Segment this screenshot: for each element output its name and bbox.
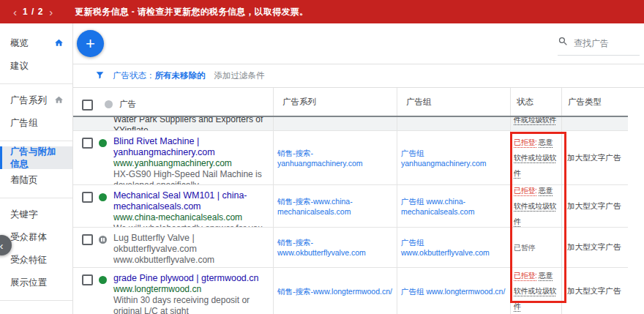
column-header-status[interactable]: 状态 <box>510 88 561 116</box>
ad-group-link[interactable]: 广告组 www.longtermwood.cn/ <box>401 286 505 296</box>
banner-prev-icon[interactable]: ‹ <box>10 7 20 18</box>
plus-icon: + <box>86 34 95 53</box>
ad-description: We will wholeheartedly answer for you <box>113 223 269 227</box>
column-header-ad[interactable]: 广告 <box>119 99 136 110</box>
status-dot-enabled-icon[interactable] <box>99 139 107 147</box>
status-cell[interactable]: 已拒登: 恶意软件或垃圾软件 <box>514 185 559 227</box>
status-dot-paused-icon[interactable] <box>99 236 107 244</box>
add-filter-button[interactable]: 添加过滤条件 <box>214 70 265 81</box>
search-box[interactable] <box>558 36 640 56</box>
ad-description-clipped: YYinflate <box>113 125 263 130</box>
sidebar-item-campaigns[interactable]: 广告系列 <box>0 89 72 112</box>
sidebar-item-ad-groups[interactable]: 广告组 <box>0 112 72 135</box>
sidebar-item-demographics[interactable]: 受众特征 <box>0 249 72 272</box>
sidebar-item-label: 受众群体 <box>10 231 47 244</box>
sidebar-item-label: 受众特征 <box>10 254 47 266</box>
ad-type-label: 加大型文字广告 <box>567 286 621 296</box>
ad-display-url: www.longtermwood.cn <box>113 284 269 295</box>
sidebar: 概览 建议 广告系列 广告组 广告与附加信息 着陆页 关键 <box>0 23 73 314</box>
notification-banner: ‹ 1 / 2 › 更新税务信息 - 请检查并更新您的税务信息，以取得发票。 <box>0 0 644 23</box>
ads-table: 广告 广告系列 广告组 状态 广告类型 Water Park Suppliers… <box>73 88 628 314</box>
search-input[interactable] <box>574 38 631 48</box>
chevron-left-icon: ‹ <box>0 239 4 252</box>
sidebar-item-label: 广告系列 <box>10 94 47 107</box>
filter-value: 所有未移除的 <box>155 71 206 80</box>
sidebar-divider <box>0 300 72 301</box>
sidebar-item-label: 广告组 <box>10 117 38 130</box>
column-header-ad-group[interactable]: 广告组 <box>397 88 510 116</box>
sidebar-item-label: 展示位置 <box>10 277 47 289</box>
google-ads-page: ‹ 1 / 2 › 更新税务信息 - 请检查并更新您的税务信息，以取得发票。 概… <box>0 0 644 314</box>
row-checkbox[interactable] <box>82 274 93 285</box>
row-checkbox[interactable] <box>82 234 93 245</box>
ad-display-url: www.yanhuangmachinery.com <box>113 158 269 169</box>
table-row[interactable]: Mechanical Seal WM101 | china-mechanical… <box>73 185 628 228</box>
status-cell[interactable]: 已拒登: 恶意软件或垃圾软件 <box>514 268 559 314</box>
ad-description-clipped: Water Park Suppliers and Exporters of <box>113 117 263 125</box>
ad-type-label: 加大型文字广告 <box>567 201 621 212</box>
banner-next-icon[interactable]: › <box>46 7 56 18</box>
sidebar-divider <box>0 198 72 198</box>
status-dot-enabled-icon[interactable] <box>99 276 107 284</box>
table-row[interactable]: Blind Rivet Machine | yanhuangmachinery.… <box>73 131 628 185</box>
campaign-link[interactable]: 销售-搜索-yanhuangmachinery.com <box>277 148 394 168</box>
sidebar-item-recommendations[interactable]: 建议 <box>0 55 72 78</box>
ad-title-link[interactable]: Blind Rivet Machine | yanhuangmachinery.… <box>113 136 269 158</box>
campaign-link[interactable]: 销售-搜索-www.okbutterflyvalve.com <box>277 237 394 258</box>
filter-label: 广告状态： <box>113 71 155 80</box>
campaign-link[interactable]: 销售-搜索-www.longtermwood.cn/ <box>277 286 392 296</box>
home-icon <box>54 95 64 107</box>
add-ad-button[interactable]: + <box>77 30 104 57</box>
sidebar-divider <box>0 141 72 141</box>
filter-funnel-icon <box>95 70 113 81</box>
campaign-link[interactable]: 销售-搜索-www.china-mechanicalseals.com <box>277 196 394 217</box>
ad-type-label: 加大型文字广告 <box>567 153 621 163</box>
banner-message: 更新税务信息 - 请检查并更新您的税务信息，以取得发票。 <box>75 6 308 18</box>
sidebar-item-ads-extensions[interactable]: 广告与附加信息 <box>0 146 72 169</box>
sidebar-divider <box>0 83 72 84</box>
ad-status-filter[interactable]: 广告状态：所有未移除的 <box>113 70 206 81</box>
ad-group-link[interactable]: 广告组 www.okbutterflyvalve.com <box>401 237 507 258</box>
sidebar-item-label: 关键字 <box>10 209 38 221</box>
sidebar-item-placements[interactable]: 展示位置 <box>0 272 72 294</box>
table-header-row: 广告 广告系列 广告组 状态 广告类型 <box>73 88 628 117</box>
ad-description: Within 30 days receiving deposit or orig… <box>113 295 269 314</box>
ad-display-url: www.china-mechanicalseals.com <box>113 212 269 223</box>
ad-display-url: www.okbutterflyvalve.com <box>113 255 269 266</box>
sidebar-item-landing-pages[interactable]: 着陆页 <box>0 169 72 192</box>
ad-group-link[interactable]: 广告组 www.china-mechanicalseals.com <box>401 196 507 217</box>
table-row-clipped[interactable]: Water Park Suppliers and Exporters of YY… <box>73 117 628 131</box>
sidebar-item-label: 广告与附加信息 <box>10 146 64 171</box>
ad-title-link[interactable]: Mechanical Seal WM101 | china-mechanical… <box>113 190 269 212</box>
status-dot-enabled-icon[interactable] <box>99 193 107 201</box>
table-row[interactable]: Lug Butterfly Valve | okbutterflyvalve.c… <box>73 228 628 268</box>
search-icon <box>558 36 569 50</box>
column-header-campaign[interactable]: 广告系列 <box>273 88 397 116</box>
status-dot-header-icon <box>105 100 113 108</box>
sidebar-item-label: 着陆页 <box>10 174 38 187</box>
sidebar-item-label: 建议 <box>10 60 29 72</box>
ad-group-link[interactable]: 广告组 yanhuangmachinery.com <box>401 148 507 168</box>
toolbar: + <box>73 23 644 64</box>
row-checkbox[interactable] <box>82 138 93 149</box>
status-cell[interactable]: 已暂停 <box>514 240 535 255</box>
banner-page-indicator: 1 / 2 <box>23 7 43 17</box>
column-header-ad-type[interactable]: 广告类型 <box>561 88 628 116</box>
status-text-clipped: 件或垃圾软件 <box>514 117 556 124</box>
main-content: + 广告状态：所有未移除的 添加过滤条件 <box>73 23 644 314</box>
table-row[interactable]: grade Pine plywood | gtermwood.cn www.lo… <box>73 268 628 314</box>
ad-title-link[interactable]: grade Pine plywood | gtermwood.cn <box>113 273 269 284</box>
home-icon <box>54 38 64 50</box>
sidebar-item-overview[interactable]: 概览 <box>0 32 72 55</box>
select-all-checkbox[interactable] <box>82 100 93 111</box>
filter-bar: 广告状态：所有未移除的 添加过滤条件 <box>73 64 644 88</box>
sidebar-item-keywords[interactable]: 关键字 <box>0 203 72 226</box>
ad-title-link[interactable]: Lug Butterfly Valve | okbutterflyvalve.c… <box>113 233 269 255</box>
ad-description: HX-GS90 High-Speed Nail Machine is devel… <box>113 169 269 184</box>
sidebar-item-label: 概览 <box>10 37 29 50</box>
status-cell[interactable]: 已拒登: 恶意软件或垃圾软件 <box>514 135 559 181</box>
ad-description: These valves are admired for corrosion r… <box>113 266 269 267</box>
ad-type-label: 加大型文字广告 <box>567 242 621 253</box>
row-checkbox[interactable] <box>82 192 93 203</box>
